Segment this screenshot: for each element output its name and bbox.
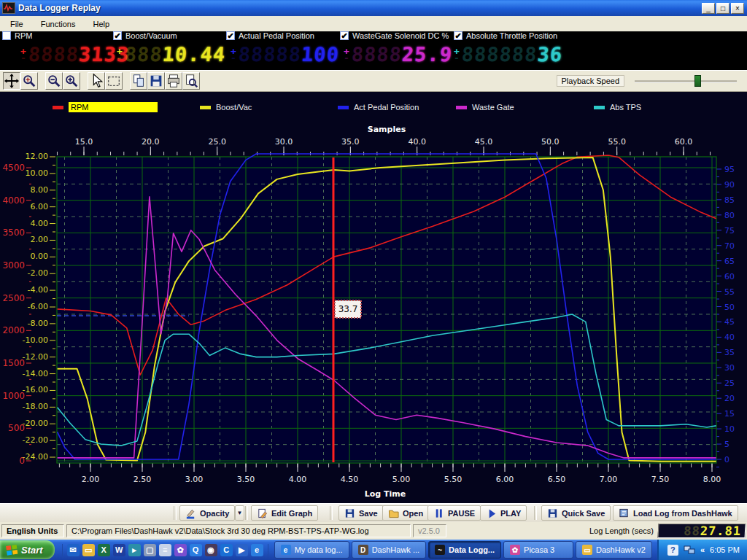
edit-icon: [257, 508, 268, 519]
button-label: Save: [359, 509, 378, 518]
channel-checkbox-boost-vacuum[interactable]: ✔Boost/Vacuum: [113, 31, 177, 40]
media-player-icon[interactable]: ▸: [128, 544, 141, 556]
edit-graph-button[interactable]: Edit Graph: [251, 505, 318, 521]
notepad-icon[interactable]: ≡: [159, 544, 171, 556]
channel-label: Boost/Vacuum: [125, 31, 177, 40]
menu-item-file[interactable]: File: [3, 18, 31, 30]
svg-text:6.00: 6.00: [31, 202, 49, 211]
task-button-dashhawk-[interactable]: DDashHawk ...: [352, 541, 426, 559]
channel-checkbox-wastegate-solenoid-dc-[interactable]: ✔WasteGate Solenoid DC %: [340, 31, 449, 40]
data-logger-chart[interactable]: 45004000350030002500200015001000500012.0…: [0, 92, 747, 503]
channel-checkbox-rpm[interactable]: RPM: [2, 31, 32, 40]
player-icon[interactable]: ▶: [236, 544, 248, 556]
svg-text:60: 60: [724, 272, 735, 281]
tray-expand-chevron[interactable]: «: [700, 545, 705, 554]
show-desktop-icon[interactable]: ▢: [144, 544, 156, 556]
task-buttons: eMy data log...DDashHawk ...~Data Logg..…: [274, 541, 652, 559]
display-digits: 88883133: [28, 43, 130, 66]
playback-speed-slider[interactable]: [635, 74, 737, 88]
svg-text:12.00: 12.00: [26, 152, 49, 161]
button-label: Opacity: [200, 509, 229, 518]
minimize-button[interactable]: _: [702, 3, 715, 14]
help-tray-icon[interactable]: ?: [667, 545, 678, 556]
print-button[interactable]: [165, 72, 182, 90]
taskbar: Start ✉▭XW▸▢≡✿Q◉C▶e eMy data log...DDash…: [0, 540, 747, 560]
svg-text:20: 20: [724, 394, 735, 403]
zoom-window-button[interactable]: [20, 72, 38, 90]
checked-checkbox[interactable]: ✔: [226, 31, 235, 40]
button-label: PAUSE: [448, 509, 475, 518]
close-button[interactable]: ×: [731, 3, 744, 14]
start-button[interactable]: Start: [0, 540, 55, 559]
slider-thumb[interactable]: [694, 75, 701, 87]
open-button[interactable]: Open: [382, 505, 429, 521]
checked-checkbox[interactable]: ✔: [454, 31, 462, 40]
task-button-picasa-3[interactable]: ✿Picasa 3: [503, 541, 573, 559]
svg-text:7.50: 7.50: [651, 475, 670, 484]
task-button-dashhawk-v2[interactable]: ▭DashHawk v2: [576, 541, 652, 559]
media-classic-icon[interactable]: ◉: [205, 544, 217, 556]
slider-track[interactable]: [635, 80, 737, 83]
quicktime-icon[interactable]: Q: [190, 544, 202, 556]
play-icon: [486, 508, 497, 519]
print-preview-icon: [183, 73, 199, 89]
quick-save-button[interactable]: Quick Save: [541, 505, 611, 521]
load-log-from-dashhawk-button[interactable]: Load Log from DashHawk: [613, 505, 738, 521]
svg-text:-2.00: -2.00: [28, 268, 48, 278]
log-file-path: C:\Program Files\DashHawk v2\Data\Stock …: [66, 524, 411, 537]
print-preview-button[interactable]: [182, 72, 200, 90]
svg-text:95: 95: [724, 165, 735, 174]
menu-item-functions[interactable]: Functions: [34, 18, 83, 30]
folder-icon[interactable]: ▭: [82, 544, 95, 556]
unchecked-checkbox[interactable]: [2, 31, 11, 40]
digital-display-absolute-throttle-position: +-88888836: [454, 43, 562, 66]
save-button[interactable]: Save: [338, 505, 384, 521]
opacity-button[interactable]: Opacity: [179, 505, 235, 521]
svg-text:-6.00: -6.00: [28, 302, 48, 311]
restore-button[interactable]: □: [716, 3, 729, 14]
picasa-icon[interactable]: ✿: [174, 544, 187, 556]
pan-button[interactable]: [3, 72, 20, 90]
print-icon: [166, 73, 182, 89]
select-region-button[interactable]: [105, 72, 123, 90]
task-icon: ✿: [510, 545, 520, 555]
svg-text:-16.00: -16.00: [23, 385, 48, 394]
save-button[interactable]: [147, 72, 165, 90]
task-label: DashHawk ...: [372, 545, 419, 554]
display-sign-indicator: +-: [344, 48, 349, 61]
svg-text:5: 5: [724, 440, 729, 449]
opacity-dropdown-button[interactable]: ▼: [235, 505, 244, 521]
svg-text:2.00: 2.00: [82, 475, 100, 484]
excel-icon[interactable]: X: [98, 544, 110, 556]
svg-text:Samples: Samples: [368, 125, 406, 134]
task-button-my-data-log-[interactable]: eMy data log...: [274, 541, 349, 559]
svg-text:4000: 4000: [2, 195, 25, 206]
log-length-label: Log Length (secs): [589, 526, 654, 535]
select-region-icon: [106, 73, 122, 89]
menu-item-help[interactable]: Help: [85, 18, 117, 30]
mail-icon[interactable]: ✉: [67, 544, 80, 556]
copernic-icon[interactable]: C: [220, 544, 233, 556]
zoom-in-button[interactable]: [63, 72, 80, 90]
checked-checkbox[interactable]: ✔: [340, 31, 349, 40]
task-button-data-logg-[interactable]: ~Data Logg...: [428, 541, 501, 559]
channel-checkbox-actual-pedal-position[interactable]: ✔Actual Pedal Position: [226, 31, 314, 40]
play-button[interactable]: PLAY: [480, 505, 527, 521]
display-digits: 88810.44: [124, 43, 226, 66]
word-icon[interactable]: W: [113, 544, 125, 556]
copy-button[interactable]: [130, 72, 147, 90]
pause-button[interactable]: PAUSE: [427, 505, 481, 521]
open-icon: [388, 508, 399, 519]
channel-label: Absolute Throttle Position: [466, 31, 557, 40]
cursor-button[interactable]: [88, 72, 105, 90]
svg-text:-20.00: -20.00: [23, 419, 48, 428]
task-icon: ~: [435, 545, 445, 555]
network-tray-icon[interactable]: [684, 545, 695, 555]
zoom-out-button[interactable]: [45, 72, 63, 90]
checked-checkbox[interactable]: ✔: [113, 31, 122, 40]
internet-explorer-icon[interactable]: e: [251, 544, 263, 556]
task-label: Picasa 3: [524, 545, 554, 554]
opacity-icon: [185, 508, 196, 519]
channel-checkbox-absolute-throttle-position[interactable]: ✔Absolute Throttle Position: [454, 31, 557, 40]
digital-display-actual-pedal-position: +-88888100: [231, 43, 339, 66]
